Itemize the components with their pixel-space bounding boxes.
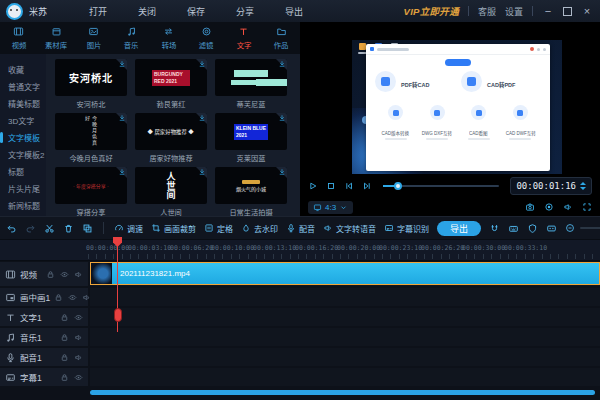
- download-icon[interactable]: [198, 168, 206, 176]
- download-icon[interactable]: [118, 60, 126, 68]
- eye-icon[interactable]: [74, 313, 83, 322]
- sidebar-item-text-template2[interactable]: 文字模板2: [0, 146, 46, 163]
- snapshot-button[interactable]: [525, 202, 535, 212]
- eye-icon[interactable]: [60, 270, 69, 279]
- volume-button[interactable]: [563, 202, 573, 212]
- cut-button[interactable]: [44, 223, 55, 234]
- sidebar-item-title[interactable]: 标题: [0, 163, 46, 180]
- timeline-horizontal-scrollbar[interactable]: [90, 390, 595, 395]
- download-icon[interactable]: [278, 168, 286, 176]
- redo-button[interactable]: [25, 223, 36, 234]
- seek-bar[interactable]: [383, 185, 499, 187]
- fullscreen-button[interactable]: [582, 202, 592, 212]
- zoom-out-button[interactable]: [565, 223, 575, 233]
- template-card[interactable]: ◆ 居家好物推荐 ◆ 居家好物推荐: [135, 113, 207, 163]
- zoom-slider[interactable]: [580, 227, 600, 229]
- sidebar-item-3d-text[interactable]: 3D文字: [0, 112, 46, 129]
- speaker-icon[interactable]: [74, 353, 83, 362]
- download-icon[interactable]: [118, 168, 126, 176]
- lock-icon[interactable]: [60, 373, 69, 382]
- close-button[interactable]: ×: [581, 5, 593, 17]
- tab-transition[interactable]: 转场: [150, 22, 188, 54]
- track-lane-text[interactable]: [90, 308, 600, 326]
- delete-button[interactable]: [63, 223, 74, 234]
- download-icon[interactable]: [198, 114, 206, 122]
- track-lane-video[interactable]: 202111231821.mp4: [90, 262, 600, 286]
- playhead-pin[interactable]: [114, 308, 122, 322]
- vip-upgrade-button[interactable]: VIP立即开通: [404, 4, 459, 18]
- settings-button[interactable]: 设置: [505, 5, 523, 18]
- stop-button[interactable]: [326, 181, 336, 191]
- track-lane-subtitle[interactable]: [90, 368, 600, 386]
- timeline-ruler[interactable]: 00:00:00:00 00:00:03:10 00:00:06:20 00:0…: [0, 240, 600, 261]
- tab-works[interactable]: 作品: [263, 22, 301, 54]
- lock-icon[interactable]: [46, 270, 55, 279]
- lock-icon[interactable]: [60, 313, 69, 322]
- lock-icon[interactable]: [54, 293, 63, 302]
- download-icon[interactable]: [278, 114, 286, 122]
- seek-handle[interactable]: [394, 182, 402, 190]
- menu-open[interactable]: 打开: [89, 5, 107, 18]
- aspect-ratio-selector[interactable]: 4:3: [308, 201, 353, 214]
- template-card[interactable]: 烟火气的小城 日常生活拍摄: [215, 167, 287, 216]
- tool-text-to-speech[interactable]: 文字转语音: [323, 223, 376, 234]
- preview-video[interactable]: PDF转CAD CAD转PDF CAD版本转换 DWG DXF互转 CAD看图 …: [352, 40, 562, 174]
- duplicate-button[interactable]: [82, 223, 93, 234]
- tool-crop[interactable]: 画面裁剪: [151, 223, 196, 234]
- tab-video[interactable]: 视频: [0, 22, 38, 54]
- shortcut-keys-button[interactable]: [508, 223, 519, 234]
- tab-music[interactable]: 音乐: [113, 22, 151, 54]
- maximize-button[interactable]: [563, 7, 572, 16]
- timecode-stepper[interactable]: [580, 182, 586, 190]
- sidebar-item-favorites[interactable]: 收藏: [0, 61, 46, 78]
- download-icon[interactable]: [118, 114, 126, 122]
- sidebar-item-fancy-title[interactable]: 精美标题: [0, 95, 46, 112]
- tool-speed[interactable]: 调速: [114, 223, 143, 234]
- speaker-icon[interactable]: [74, 270, 83, 279]
- menu-share[interactable]: 分享: [236, 5, 254, 18]
- tool-voiceover[interactable]: 配音: [286, 223, 315, 234]
- video-clip[interactable]: 202111231821.mp4: [90, 262, 600, 285]
- download-icon[interactable]: [198, 60, 206, 68]
- tab-text[interactable]: 文字: [225, 22, 263, 54]
- track-lane-music[interactable]: [90, 328, 600, 346]
- snap-magnet-button[interactable]: [489, 223, 500, 234]
- tool-subtitle-recognition[interactable]: 字幕识别: [384, 223, 429, 234]
- menu-close[interactable]: 关闭: [138, 5, 156, 18]
- play-button[interactable]: [308, 181, 318, 191]
- captions-button[interactable]: [546, 223, 557, 234]
- sidebar-item-text-template[interactable]: 文字模板: [0, 129, 46, 146]
- template-card[interactable]: · 年度穿搭分享 · 穿搭分享: [55, 167, 127, 216]
- next-frame-button[interactable]: [362, 181, 372, 191]
- menu-export[interactable]: 导出: [285, 5, 303, 18]
- tool-remove-watermark[interactable]: 去水印: [241, 223, 278, 234]
- minimize-button[interactable]: −: [542, 5, 554, 17]
- prev-frame-button[interactable]: [344, 181, 354, 191]
- template-card[interactable]: 今晚月色真好 今晚月色真好: [55, 113, 127, 163]
- template-card[interactable]: KLEIN BLUE 2021 克莱因蓝: [215, 113, 287, 163]
- download-icon[interactable]: [278, 60, 286, 68]
- shield-button[interactable]: [527, 223, 538, 234]
- sidebar-item-news-title[interactable]: 新闻标题: [0, 197, 46, 214]
- tab-filter[interactable]: 滤镜: [188, 22, 226, 54]
- template-card[interactable]: 人世间 人世间: [135, 167, 207, 216]
- tab-image[interactable]: 图片: [75, 22, 113, 54]
- menu-save[interactable]: 保存: [187, 5, 205, 18]
- undo-button[interactable]: [6, 223, 17, 234]
- lock-icon[interactable]: [60, 353, 69, 362]
- eye-icon[interactable]: [74, 373, 83, 382]
- export-button[interactable]: 导出: [437, 221, 481, 236]
- speaker-icon[interactable]: [74, 333, 83, 342]
- lock-icon[interactable]: [60, 333, 69, 342]
- template-card[interactable]: 蒂芙尼蓝: [215, 59, 287, 109]
- track-lane-pip[interactable]: [90, 288, 600, 306]
- tool-freeze[interactable]: 定格: [204, 223, 233, 234]
- record-button[interactable]: [544, 202, 554, 212]
- support-button[interactable]: 客服: [478, 5, 496, 18]
- track-lane-voiceover[interactable]: [90, 348, 600, 366]
- tab-library[interactable]: 素材库: [38, 22, 76, 54]
- sidebar-item-plain-text[interactable]: 普通文字: [0, 78, 46, 95]
- sidebar-item-intro-outro[interactable]: 片头片尾: [0, 180, 46, 197]
- template-card[interactable]: BURGUNDY RED 2021 勃艮第红: [135, 59, 207, 109]
- template-card[interactable]: 安河桥北 安河桥北: [55, 59, 127, 109]
